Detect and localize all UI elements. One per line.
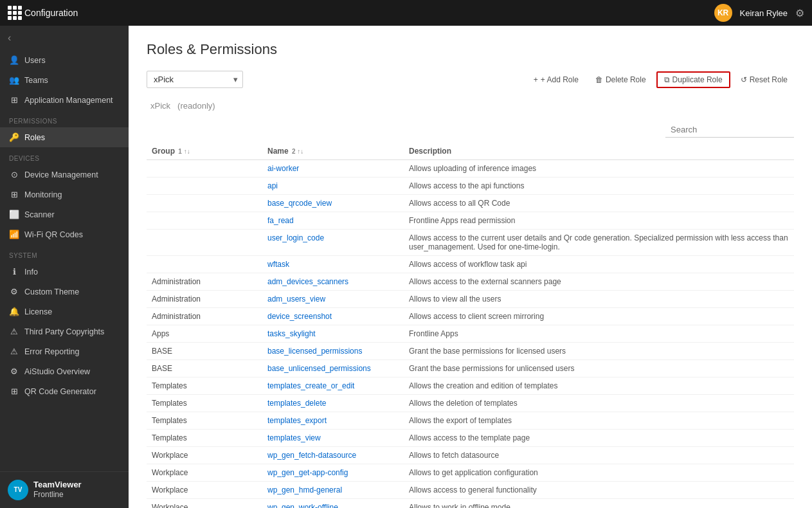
sidebar-label-info: Info [24,268,38,277]
app-grid-icon[interactable] [8,6,22,20]
brand-text: TeamViewer Frontline [33,480,82,500]
cell-group [147,160,262,177]
sidebar-label-wifi-qr: Wi-Fi QR Codes [24,230,83,239]
cell-name: wftask [262,256,404,273]
table-row: wftask Allows access of workflow task ap… [147,256,794,273]
table-row: Administration adm_devices_scanners Allo… [147,273,794,291]
role-select[interactable]: xPick Admin Viewer [147,71,243,88]
search-input[interactable] [665,122,794,138]
table-row: Templates templates_view Allows access t… [147,430,794,447]
table-row: Administration adm_users_view Allows to … [147,291,794,308]
cell-group [147,177,262,195]
toolbar-actions: + + Add Role 🗑 Delete Role ⧉ Duplicate R… [527,71,794,88]
info-icon: ℹ [9,267,19,277]
cell-group: Administration [147,273,262,291]
cell-description: Allows to view all the users [404,291,794,308]
table-row: BASE base_licensed_permissions Grant the… [147,343,794,360]
cell-group: Templates [147,430,262,447]
cell-name: templates_delete [262,395,404,412]
toolbar: xPick Admin Viewer ▾ + + Add Role 🗑 Dele… [147,71,794,88]
monitoring-icon: ⊞ [9,190,19,199]
sidebar-item-roles[interactable]: 🔑 Roles [0,127,129,147]
sidebar-item-error-reporting[interactable]: ⚠ Error Reporting [0,341,129,361]
sidebar-item-wifi-qr[interactable]: 📶 Wi-Fi QR Codes [0,224,129,244]
sidebar-item-info[interactable]: ℹ Info [0,262,129,282]
cell-name: wp_gen_work-offline [262,499,404,509]
table-row: ai-worker Allows uploading of inference … [147,160,794,177]
name-sort-icon[interactable]: 2 ↑↓ [292,148,303,155]
cell-description: Allows the export of templates [404,412,794,430]
aistudio-icon: ⚙ [9,367,19,376]
sidebar-item-app-management[interactable]: ⊞ Application Management [0,90,129,110]
sidebar-bottom: TV TeamViewer Frontline [0,471,129,508]
sidebar-item-monitoring[interactable]: ⊞ Monitoring [0,185,129,204]
duplicate-role-button[interactable]: ⧉ Duplicate Role [656,71,730,88]
sidebar-item-custom-theme[interactable]: ⚙ Custom Theme [0,282,129,302]
cell-group: Templates [147,377,262,395]
cell-group: Templates [147,412,262,430]
table-row: base_qrcode_view Allows access to all QR… [147,195,794,212]
sidebar-item-license[interactable]: 🔔 License [0,302,129,322]
table-row: user_login_code Allows access to the cur… [147,230,794,256]
cell-group: BASE [147,343,262,360]
cell-description: Allows access of workflow task api [404,256,794,273]
sidebar-label-third-party: Third Party Copyrights [24,327,104,336]
sidebar-item-third-party[interactable]: ⚠ Third Party Copyrights [0,322,129,341]
table-row: fa_read Frontline Apps read permission [147,212,794,230]
table-row: Templates templates_delete Allows the de… [147,395,794,412]
table-row: Workplace wp_gen_work-offline Allows to … [147,499,794,509]
table-row: Templates templates_export Allows the ex… [147,412,794,430]
sidebar-item-users[interactable]: 👤 Users [0,50,129,70]
topbar: Configuration KR Keiran Rylee ⚙ [0,0,812,26]
reset-role-button[interactable]: ↺ Reset Role [734,72,794,87]
delete-icon: 🗑 [595,75,603,84]
page-title: Roles & Permissions [147,41,794,58]
sidebar: ‹ 👤 Users 👥 Teams ⊞ Application Manageme… [0,26,129,508]
cell-description: Allows to fetch datasource [404,447,794,464]
cell-group: Workplace [147,499,262,509]
cell-description: Allows to get application configuration [404,464,794,482]
teamviewer-logo: TV [8,480,28,500]
cell-description: Allows the deletion of templates [404,395,794,412]
sidebar-item-qr-generator[interactable]: ⊞ QR Code Generator [0,381,129,401]
add-icon: + [534,75,538,84]
cell-name: ai-worker [262,160,404,177]
add-role-button[interactable]: + + Add Role [527,72,585,87]
cell-description: Grant the base permissions for licensed … [404,343,794,360]
sidebar-item-teams[interactable]: 👥 Teams [0,70,129,90]
users-icon: 👤 [9,55,19,65]
col-header-name: Name 2 ↑↓ [262,143,404,160]
cell-name: templates_export [262,412,404,430]
sidebar-label-teams: Teams [24,76,48,85]
teams-icon: 👥 [9,75,19,85]
delete-role-button[interactable]: 🗑 Delete Role [589,72,653,87]
sidebar-collapse-button[interactable]: ‹ [0,26,129,50]
group-sort-icon[interactable]: 1 ↑↓ [178,148,190,155]
cell-description: Allows access to the template page [404,430,794,447]
cell-name: base_unlicensed_permissions [262,360,404,377]
table-row: api Allows access to the api functions [147,177,794,195]
permissions-table: Group 1 ↑↓ Name 2 ↑↓ Description ai-work… [147,143,794,508]
app-management-icon: ⊞ [9,95,19,105]
cell-group [147,256,262,273]
roles-icon: 🔑 [9,132,19,142]
sidebar-label-monitoring: Monitoring [24,190,62,199]
license-icon: 🔔 [9,307,19,316]
cell-group: Workplace [147,482,262,499]
sidebar-item-device-management[interactable]: ⊙ Device Management [0,165,129,185]
cell-name: wp_gen_fetch-datasource [262,447,404,464]
cell-group [147,230,262,256]
duplicate-icon: ⧉ [664,75,670,84]
user-name: Keiran Rylee [740,8,788,18]
table-row: Apps tasks_skylight Frontline Apps [147,325,794,343]
cell-name: tasks_skylight [262,325,404,343]
table-row: Administration device_screenshot Allows … [147,308,794,325]
cell-description: Allows the creation and edition of templ… [404,377,794,395]
sidebar-item-scanner[interactable]: ⬜ Scanner [0,204,129,224]
settings-icon[interactable]: ⚙ [795,7,804,19]
cell-group: Workplace [147,464,262,482]
sidebar-item-aistudio[interactable]: ⚙ AiStudio Overview [0,361,129,381]
table-row: BASE base_unlicensed_permissions Grant t… [147,360,794,377]
cell-description: Allows access to general functionality [404,482,794,499]
table-row: Templates templates_create_or_edit Allow… [147,377,794,395]
